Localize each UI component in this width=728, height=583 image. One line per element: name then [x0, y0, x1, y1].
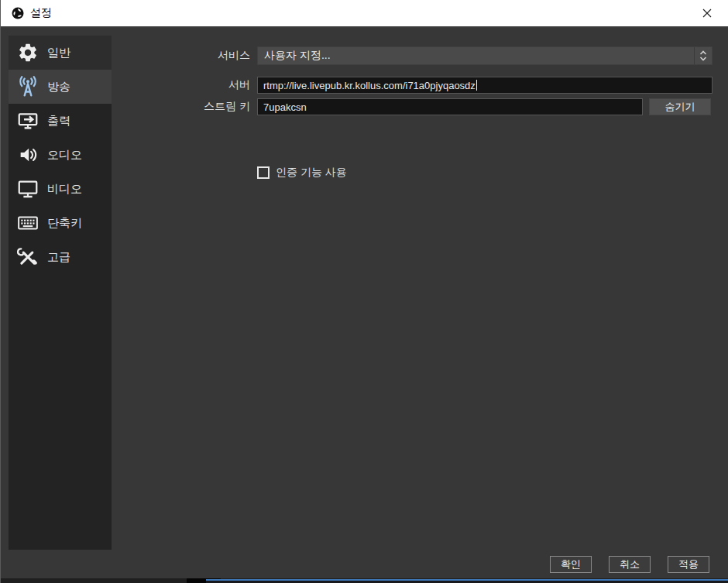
close-icon	[701, 7, 713, 19]
dialog-title: 설정	[30, 6, 52, 20]
stream-key-value: 7upakcsn	[263, 101, 307, 113]
dialog-footer: 확인 취소 적용	[550, 556, 709, 573]
sidebar-item-advanced[interactable]: 고급	[9, 240, 112, 274]
service-label: 서비스	[117, 49, 250, 63]
stream-key-input[interactable]: 7upakcsn	[257, 98, 643, 115]
sidebar-item-stream[interactable]: 방송	[9, 70, 112, 104]
combo-spinner[interactable]	[694, 47, 712, 64]
cancel-button[interactable]: 취소	[609, 556, 651, 573]
sidebar-item-label: 오디오	[47, 148, 82, 163]
titlebar: 설정	[1, 0, 728, 28]
service-select[interactable]: 사용자 지정...	[257, 46, 713, 65]
server-input[interactable]: rtmp://live.livepub.kr.kollus.com/i71a0p…	[257, 77, 713, 94]
text-caret	[476, 80, 477, 91]
ok-button[interactable]: 확인	[550, 556, 592, 573]
sidebar-item-video[interactable]: 비디오	[9, 172, 112, 206]
auth-checkbox[interactable]	[257, 166, 270, 179]
sidebar-item-output[interactable]: 출력	[9, 104, 112, 138]
hide-key-button[interactable]: 숨기기	[649, 98, 711, 115]
stream-key-label: 스트림 키	[117, 100, 250, 114]
sidebar-item-hotkeys[interactable]: 단축키	[9, 206, 112, 240]
sidebar-item-label: 방송	[47, 80, 70, 94]
chevron-down-icon	[699, 57, 707, 61]
server-value: rtmp://live.livepub.kr.kollus.com/i71a0p…	[263, 80, 476, 91]
sidebar-item-label: 출력	[47, 114, 70, 129]
settings-sidebar: 일반 방송	[9, 36, 112, 550]
stream-settings-panel: 서비스 사용자 지정... 서버 rtmp://live.livepub.kr.…	[117, 28, 728, 578]
audio-icon	[15, 143, 41, 166]
sidebar-item-audio[interactable]: 오디오	[9, 138, 112, 172]
tools-icon	[15, 245, 41, 269]
apply-button[interactable]: 적용	[668, 556, 709, 573]
background-window-edge	[206, 579, 728, 583]
sidebar-item-label: 일반	[47, 46, 70, 60]
sidebar-item-label: 단축키	[47, 216, 82, 231]
broadcast-icon	[15, 75, 41, 98]
service-selected-value: 사용자 지정...	[264, 49, 331, 63]
auth-checkbox-label: 인증 기능 사용	[276, 166, 347, 180]
chevron-up-icon	[699, 50, 707, 55]
obs-logo-icon	[11, 6, 25, 20]
video-icon	[15, 177, 41, 201]
settings-dialog: 설정 일반	[0, 0, 728, 583]
close-button[interactable]	[691, 0, 723, 26]
server-label: 서버	[117, 78, 250, 92]
gear-icon	[15, 41, 41, 64]
output-icon	[15, 109, 41, 132]
sidebar-item-general[interactable]: 일반	[9, 36, 112, 70]
sidebar-item-label: 고급	[47, 250, 70, 265]
keyboard-icon	[15, 211, 41, 235]
desktop-sliver	[1, 578, 728, 583]
sidebar-item-label: 비디오	[47, 182, 82, 197]
